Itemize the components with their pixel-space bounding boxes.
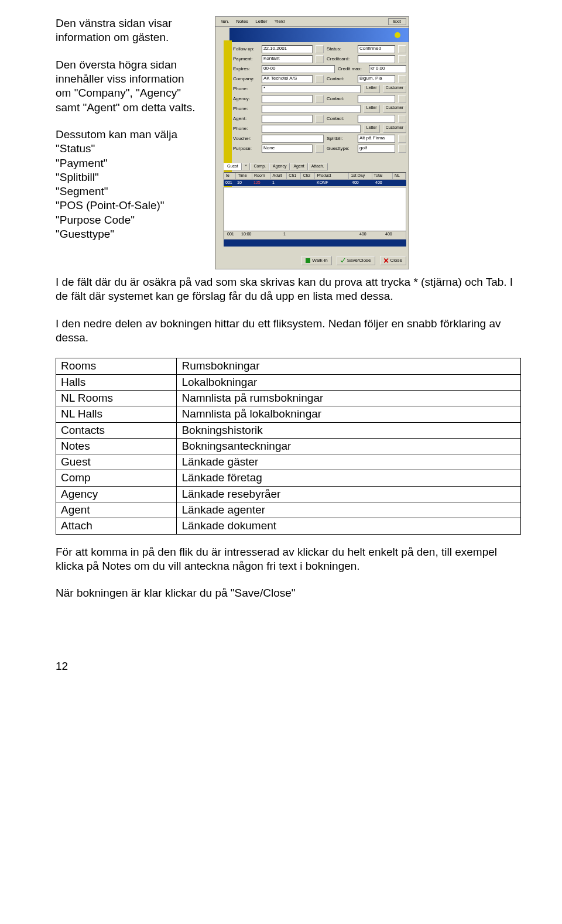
- chevron-down-icon[interactable]: [316, 115, 324, 123]
- letter-button[interactable]: Letter: [364, 85, 380, 93]
- grid-col: Room: [252, 173, 271, 179]
- intro-para-3-item: "Purpose Code": [56, 214, 135, 226]
- grid-footer-cell: [259, 231, 280, 239]
- intro-para-3-item: "Status": [56, 142, 95, 155]
- chevron-down-icon[interactable]: [398, 115, 406, 123]
- table-row: CompLänkade företag: [56, 470, 521, 486]
- contact-input[interactable]: Bigum, Pia: [358, 75, 395, 83]
- walkin-button[interactable]: Walk-in: [301, 256, 331, 265]
- agency-label: Agency:: [233, 96, 259, 102]
- booking-window-screenshot: ten. Notes Letter Yield Exit Follow up: …: [215, 16, 409, 269]
- table-row: GuestLänkade gäster: [56, 454, 521, 470]
- table-row: ContactsBokningshistorik: [56, 422, 521, 438]
- toolbar-item[interactable]: Notes: [232, 19, 252, 25]
- chevron-down-icon[interactable]: [398, 55, 406, 63]
- mid-para-2: I den nedre delen av bokningen hittar du…: [56, 317, 521, 345]
- tab-agency[interactable]: Agency: [269, 163, 290, 170]
- table-row: AgentLänkade agenter: [56, 502, 521, 518]
- agent-input[interactable]: [262, 115, 313, 123]
- definition-cell: Lokalbokningar: [177, 374, 521, 390]
- voucher-label: Voucher:: [233, 136, 259, 142]
- close-button[interactable]: Close: [380, 256, 406, 265]
- letter-button[interactable]: Letter: [364, 125, 380, 133]
- customer-button[interactable]: Customer: [383, 105, 406, 113]
- letter-button[interactable]: Letter: [364, 105, 380, 113]
- tab-agent[interactable]: Agent: [290, 163, 307, 170]
- chevron-down-icon[interactable]: [398, 145, 406, 153]
- chevron-down-icon[interactable]: [316, 55, 324, 63]
- guesttype-input[interactable]: golf: [358, 145, 395, 153]
- booking-tabs: Guest * Comp. Agency Agent Attach.: [224, 163, 406, 170]
- term-cell: Halls: [56, 374, 177, 390]
- expires-input[interactable]: 00-00: [262, 65, 335, 73]
- phone2-input[interactable]: [262, 105, 361, 113]
- purpose-label: Purpose:: [233, 146, 259, 152]
- company-input[interactable]: AK Techotel A/S: [262, 75, 313, 83]
- company-label: Company:: [233, 76, 259, 82]
- intro-para-3-item: "Guesttype": [56, 228, 114, 240]
- tab-definitions-table: RoomsRumsbokningarHallsLokalbokningarNL …: [56, 358, 521, 534]
- chevron-down-icon[interactable]: [398, 95, 406, 103]
- followup-input[interactable]: 22.10.2001: [262, 45, 313, 53]
- toolbar-item[interactable]: Letter: [252, 19, 270, 25]
- toolbar-item[interactable]: Yield: [271, 19, 289, 25]
- phone-input[interactable]: *: [262, 85, 361, 93]
- agency-input[interactable]: [262, 95, 313, 103]
- splitbill-input[interactable]: Alt på Firma: [358, 135, 395, 143]
- definition-cell: Länkade företag: [177, 470, 521, 486]
- grid-cell: KONF: [315, 180, 350, 186]
- phone2-label: Phone:: [233, 106, 259, 112]
- intro-para-3-lead: Dessutom kan man välja: [56, 128, 177, 141]
- tab-comp[interactable]: Comp.: [250, 163, 269, 170]
- chevron-down-icon[interactable]: [316, 145, 324, 153]
- contact3-input[interactable]: [358, 115, 395, 123]
- intro-para-3-item: "Splitbill": [56, 171, 99, 183]
- contact2-input[interactable]: [358, 95, 395, 103]
- chevron-down-icon[interactable]: [398, 75, 406, 83]
- creditcard-input[interactable]: [358, 55, 395, 63]
- payment-input[interactable]: Kontant: [262, 55, 313, 63]
- save-close-button[interactable]: Save/Close: [337, 256, 375, 265]
- definition-cell: Länkade agenter: [177, 502, 521, 518]
- grid-row[interactable]: 001 10 125 1 KONF 400 400: [224, 180, 406, 186]
- table-row: AgencyLänkade resebyråer: [56, 486, 521, 502]
- grid-footer-cell: 400: [357, 231, 382, 239]
- customer-button[interactable]: Customer: [383, 85, 406, 93]
- grid-col: 1st Day: [349, 173, 372, 179]
- grid-col: NL: [393, 173, 406, 179]
- contact3-label: Contact:: [327, 116, 355, 122]
- intro-para-2: Den översta högra sidan innehåller viss …: [56, 58, 202, 115]
- phone3-input[interactable]: [262, 125, 361, 133]
- tail-para-1: För att komma in på den flik du är intre…: [56, 545, 521, 574]
- exit-button[interactable]: Exit: [388, 18, 406, 25]
- save-label: Save/Close: [347, 258, 371, 263]
- intro-para-3-item: "Segment": [56, 185, 108, 197]
- chevron-down-icon[interactable]: [316, 95, 324, 103]
- toolbar-item[interactable]: ten.: [218, 19, 232, 25]
- grid-cell: 10: [235, 180, 252, 186]
- term-cell: Agent: [56, 502, 177, 518]
- chevron-down-icon[interactable]: [398, 45, 406, 53]
- definition-cell: Länkade dokument: [177, 518, 521, 534]
- grid-cell: [287, 180, 301, 186]
- chevron-down-icon[interactable]: [398, 135, 406, 143]
- tab-star[interactable]: *: [242, 163, 251, 170]
- booking-toolbar: ten. Notes Letter Yield Exit: [215, 17, 409, 27]
- followup-label: Follow up:: [233, 46, 259, 52]
- status-input[interactable]: Confirmed: [358, 45, 395, 53]
- tab-guest[interactable]: Guest: [224, 163, 242, 170]
- grid-cell: 400: [350, 180, 373, 186]
- tab-attach[interactable]: Attach.: [308, 163, 328, 170]
- chevron-down-icon[interactable]: [316, 75, 324, 83]
- chevron-down-icon[interactable]: [316, 45, 324, 53]
- grid-footer-cell: 400: [382, 231, 406, 239]
- phone-label: Phone:: [233, 86, 259, 92]
- creditmax-input[interactable]: kr 0,00: [369, 65, 406, 73]
- close-label: Close: [390, 258, 402, 263]
- grid-col: Ch2: [301, 173, 315, 179]
- walkin-label: Walk-in: [312, 258, 327, 263]
- expires-label: Expires:: [233, 66, 259, 72]
- voucher-input[interactable]: [262, 135, 324, 143]
- customer-button[interactable]: Customer: [383, 125, 406, 133]
- purpose-input[interactable]: None: [262, 145, 313, 153]
